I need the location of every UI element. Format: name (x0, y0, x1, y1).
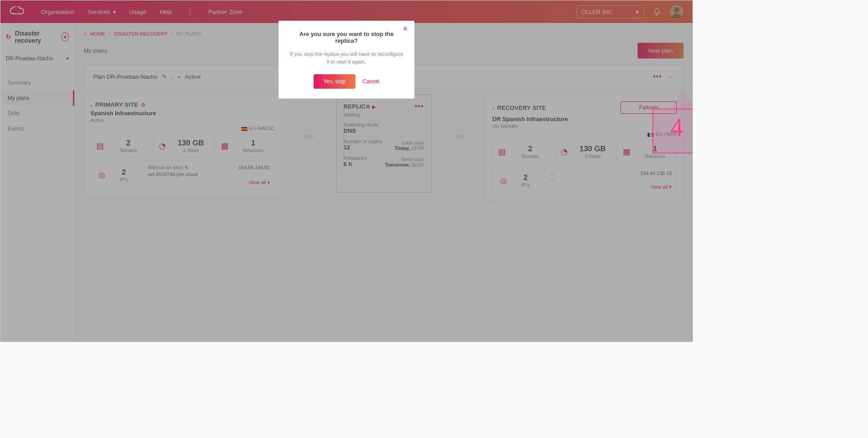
stop-replica-modal: ✕ Are you sure you want to stop the repl… (279, 21, 414, 99)
modal-overlay: ✕ Are you sure you want to stop the repl… (0, 0, 693, 342)
modal-message: If you stop the replica you will have to… (288, 50, 405, 66)
modal-title: Are you sure you want to stop the replic… (288, 31, 405, 44)
app-frame: Organisation Services▾ Usage Help Partne… (0, 0, 693, 342)
close-icon[interactable]: ✕ (403, 25, 408, 32)
cancel-button[interactable]: Cancel (363, 78, 379, 85)
annotation-number: 4 (670, 113, 683, 142)
yes-stop-button[interactable]: Yes, stop (314, 74, 355, 89)
